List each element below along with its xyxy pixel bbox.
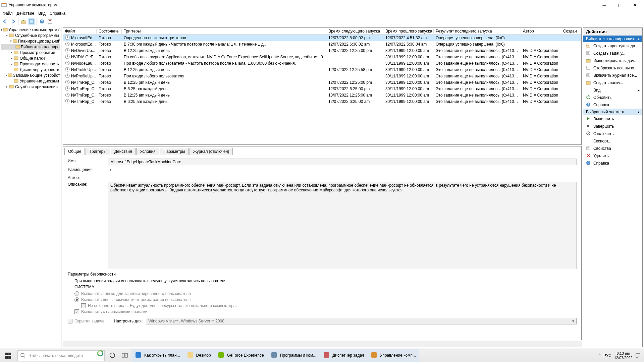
close-button[interactable]: ✕	[627, 0, 643, 10]
tab-history[interactable]: Журнал (отключен)	[190, 148, 233, 155]
tree-item[interactable]: Диспетчер устройств	[1, 67, 60, 72]
col-result[interactable]: Результат последнего запуска	[434, 29, 521, 34]
action-item[interactable]: Обновить	[583, 94, 642, 101]
svg-rect-2	[21, 21, 25, 23]
svg-rect-32	[586, 59, 590, 62]
configure-for-dropdown[interactable]: Windows Vista™, Windows Server™ 2008▾	[146, 318, 577, 324]
task-row[interactable]: NvTmRep_C... Готово В 6:25 am каждый ден…	[63, 98, 581, 105]
col-next[interactable]: Время следующего запуска	[326, 29, 383, 34]
menu-action[interactable]: Действие	[17, 11, 35, 16]
forward-button[interactable]	[9, 18, 17, 25]
tray-language[interactable]: РУС	[603, 353, 611, 358]
action-item[interactable]: Экспорт...	[583, 137, 642, 145]
task-row[interactable]: NvDriverUp... Готово В 12:25 pm каждый д…	[63, 47, 581, 54]
taskbar-app[interactable]: Программы и ком...	[267, 349, 320, 362]
tree-item[interactable]: ▾Планировщик заданий	[1, 38, 60, 44]
svg-point-51	[98, 351, 103, 356]
menu-help[interactable]: Справка	[50, 11, 65, 16]
tree-item[interactable]: ▾Запоминающие устройства	[1, 72, 60, 78]
notification-icon[interactable]	[635, 353, 641, 358]
actions-group-library[interactable]: Библиотека планировщик...▴	[583, 36, 642, 42]
tree-item[interactable]: Библиотека планировщика заданий	[1, 44, 60, 50]
taskbar-app[interactable]: Диспетчер задач	[320, 349, 367, 362]
minimize-button[interactable]: ─	[596, 0, 612, 10]
taskbar-app[interactable]: Управление комп...	[367, 349, 419, 362]
actions-group-selected[interactable]: Выбранный элемент▴	[583, 109, 642, 115]
name-field[interactable]: MicrosoftEdgeUpdateTaskMachineCore	[108, 159, 577, 165]
svg-rect-6	[48, 19, 52, 23]
action-item[interactable]: Удалить	[583, 152, 642, 160]
action-item[interactable]: Отображать все выпо...	[583, 64, 642, 72]
tree-item[interactable]: ▸Просмотр событий	[1, 50, 60, 55]
horizontal-scrollbar[interactable]	[63, 342, 582, 347]
help-icon[interactable]: ?	[38, 18, 46, 25]
tree-item[interactable]: ▾Служебные программы	[1, 33, 60, 38]
tree-item[interactable]: Управление дисками	[1, 78, 60, 84]
tab-actions[interactable]: Действия	[111, 148, 136, 155]
col-triggers[interactable]: Триггеры	[122, 29, 326, 34]
svg-rect-18	[9, 85, 13, 88]
maximize-button[interactable]: ◻	[612, 0, 627, 10]
task-row[interactable]: NvTmRep_C... Готово В 6:25 pm каждый ден…	[63, 85, 581, 92]
action-item[interactable]: ?Справка	[583, 101, 642, 109]
taskbar-app[interactable]: Как открыть план...	[131, 349, 183, 362]
task-row[interactable]: NvNodeLau... Готово При входе любого пол…	[63, 60, 581, 66]
menu-file[interactable]: Файл	[3, 11, 13, 16]
up-folder-button[interactable]	[20, 18, 27, 25]
start-button[interactable]	[0, 349, 16, 362]
description-field[interactable]: Обеспечивает актуальность программного о…	[108, 182, 577, 269]
tab-conditions[interactable]: Условия	[136, 148, 159, 155]
tree-item[interactable]: ▸Службы и приложения	[1, 84, 60, 89]
tree-item[interactable]: ▸Общие папки	[1, 55, 60, 61]
task-row[interactable]: NvTmRep_C... Готово В 12:25 am каждый де…	[63, 92, 581, 98]
taskbar-app[interactable]: Desktop	[183, 349, 214, 362]
action-item[interactable]: Создать папку...	[583, 79, 642, 86]
svg-rect-36	[586, 81, 590, 84]
tab-general[interactable]: Общие	[64, 148, 85, 155]
taskbar-app[interactable]: GeForce Experience	[214, 349, 267, 362]
action-item[interactable]: Выполнить	[583, 115, 642, 123]
task-row[interactable]: NvTmRep_C... Готово В 12:25 pm каждый де…	[63, 79, 581, 85]
cortana-button[interactable]	[106, 349, 119, 362]
toolbar-icon-2[interactable]	[46, 18, 54, 25]
svg-rect-1	[2, 3, 6, 4]
navigation-tree[interactable]: ▾Управление компьютером (локальным)▾Служ…	[0, 26, 61, 349]
tray-chevron-icon[interactable]: ˄	[599, 353, 601, 358]
col-state[interactable]: Состояние	[97, 29, 122, 34]
radio-whether-logged: Выполнять вне зависимости от регистрации…	[74, 297, 577, 302]
menubar: Файл Действие Вид Справка	[0, 10, 644, 17]
task-row[interactable]: NvProfileUp... Готово При входе любого п…	[63, 73, 581, 79]
svg-rect-60	[371, 352, 377, 358]
action-item[interactable]: Завершить	[583, 123, 642, 130]
task-row[interactable]: MicrosoftEd... Готово В 7:30 pm каждый д…	[63, 41, 581, 47]
action-item[interactable]: Свойства	[583, 145, 642, 152]
tree-item[interactable]: ▾Управление компьютером (локальным)	[1, 27, 60, 33]
back-button[interactable]	[1, 18, 9, 25]
search-box[interactable]: Чтобы начать поиск, введите	[17, 350, 105, 361]
action-item[interactable]: Создать задачу...	[583, 50, 642, 57]
svg-rect-45	[5, 353, 8, 355]
task-row[interactable]: MicrosoftEd... Готово Определено несколь…	[63, 35, 581, 41]
menu-view[interactable]: Вид	[38, 11, 46, 16]
col-created[interactable]: Создан	[561, 29, 581, 34]
action-item[interactable]: Создать простую зада...	[583, 42, 642, 50]
action-item[interactable]: Отключить	[583, 130, 642, 137]
tree-item[interactable]: ▸Производительность	[1, 61, 60, 67]
tab-settings[interactable]: Параметры	[160, 148, 189, 155]
tray-clock[interactable]: 6:13 am 12/07/2022	[614, 351, 633, 360]
action-item[interactable]: ?Справка	[583, 160, 642, 167]
svg-rect-56	[187, 352, 193, 358]
col-file[interactable]: Файл	[63, 29, 97, 34]
action-item[interactable]: Включить журнал все...	[583, 72, 642, 79]
action-item[interactable]: Вид▸	[583, 86, 642, 94]
col-last[interactable]: Время прошлого запуска	[383, 29, 434, 34]
actions-pane: Действия Библиотека планировщик...▴ Созд…	[583, 27, 643, 347]
tab-triggers[interactable]: Триггеры	[86, 148, 110, 155]
search-icon	[20, 353, 26, 358]
action-item[interactable]: Импортировать задач...	[583, 57, 642, 64]
toolbar-icon-1[interactable]	[28, 18, 35, 25]
col-author[interactable]: Автор	[521, 29, 561, 34]
task-row[interactable]: NVIDIA GeF... Готово По событию - журнал…	[63, 54, 581, 60]
taskview-button[interactable]	[119, 349, 131, 362]
task-row[interactable]: NvProfileUp... Готово В 12:25 pm каждый …	[63, 66, 581, 73]
